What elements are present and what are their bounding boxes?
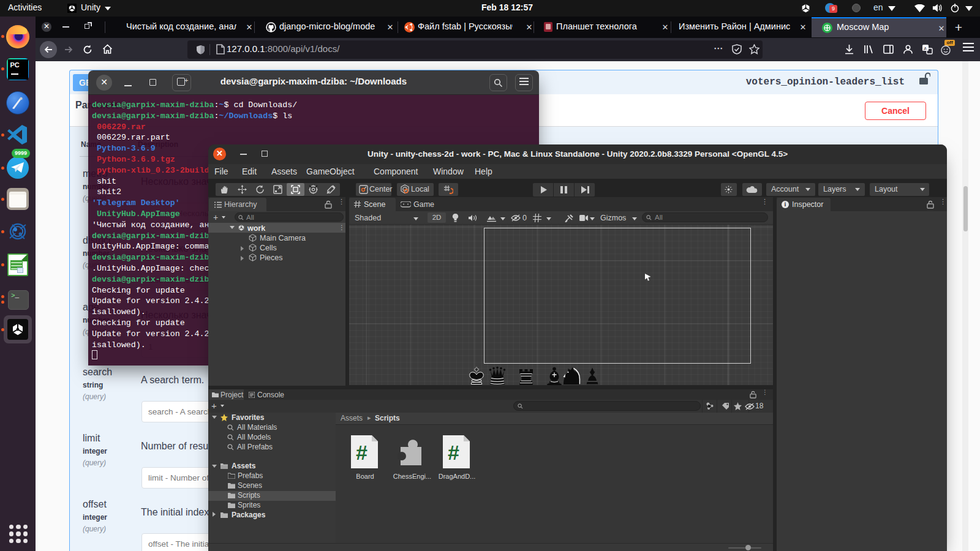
svg-text:#: #: [448, 441, 459, 464]
svg-text:#: #: [356, 441, 368, 464]
